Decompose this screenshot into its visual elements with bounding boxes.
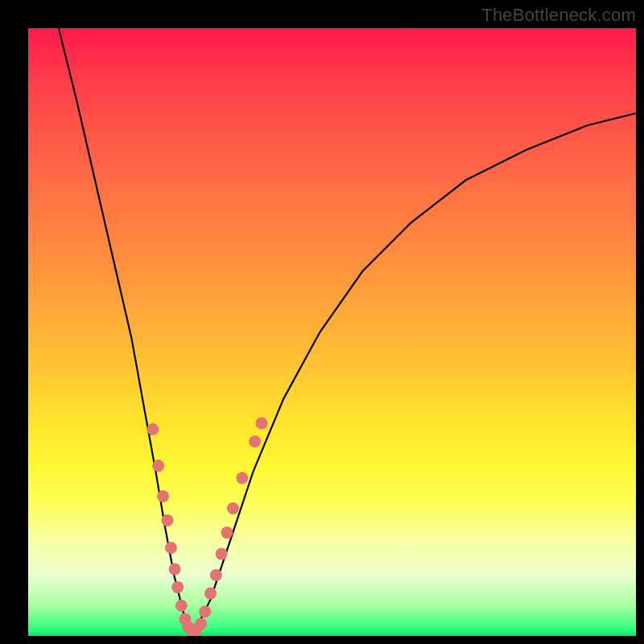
curve-marker [161, 514, 173, 526]
curve-marker [210, 569, 222, 581]
curve-marker [171, 581, 184, 593]
outer-frame: TheBottleneck.com [0, 0, 644, 644]
curve-marker [227, 502, 239, 514]
curve-marker [236, 472, 248, 484]
curve-marker [169, 564, 181, 576]
curve-marker [249, 436, 261, 448]
curve-marker [157, 490, 169, 502]
curve-marker [221, 526, 233, 539]
curve-marker [165, 542, 177, 554]
bottleneck-curve-path [59, 28, 636, 630]
curve-marker [204, 588, 217, 600]
watermark-text: TheBottleneck.com [481, 5, 636, 26]
curve-marker [216, 548, 228, 560]
curve-svg [28, 28, 636, 636]
curve-marker [152, 460, 164, 472]
curve-marker [147, 423, 159, 436]
curve-marker [195, 617, 207, 630]
curve-marker [255, 417, 267, 429]
curve-marker [199, 605, 211, 617]
plot-area [28, 28, 636, 636]
curve-marker [175, 600, 188, 612]
